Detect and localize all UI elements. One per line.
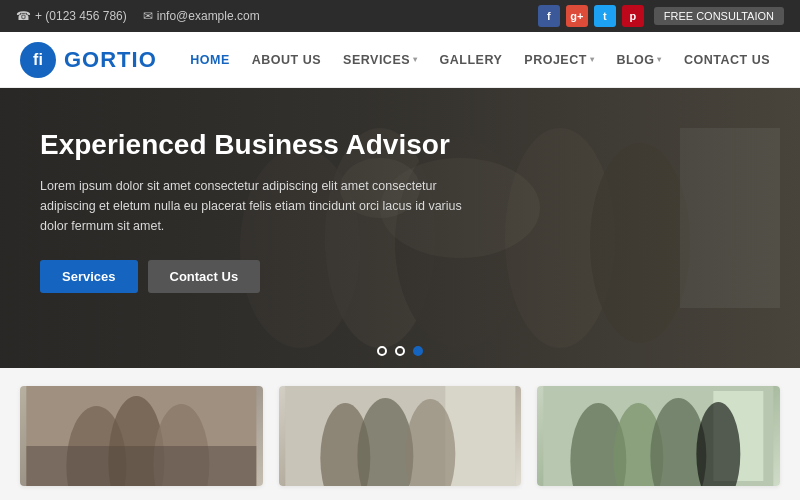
logo-icon-text: fi [33, 51, 43, 69]
services-button[interactable]: Services [40, 260, 138, 293]
card-2-svg [279, 386, 522, 486]
carousel-dot-3[interactable] [413, 346, 423, 356]
card-3-svg [537, 386, 780, 486]
nav-contact-us[interactable]: CONTACT US [674, 47, 780, 73]
nav-gallery[interactable]: GALLERY [430, 47, 513, 73]
header: fi GORTIO HOME ABOUT US SERVICES ▾ GALLE… [0, 32, 800, 88]
logo-icon: fi [20, 42, 56, 78]
nav-home[interactable]: HOME [180, 47, 240, 73]
facebook-social-button[interactable]: f [538, 5, 560, 27]
nav-services[interactable]: SERVICES ▾ [333, 47, 428, 73]
blog-dropdown-arrow: ▾ [657, 55, 662, 64]
topbar-right: f g+ t p FREE CONSULTAION [538, 5, 784, 27]
carousel-dot-2[interactable] [395, 346, 405, 356]
pinterest-social-button[interactable]: p [622, 5, 644, 27]
logo-text: GORTIO [64, 47, 157, 73]
services-dropdown-arrow: ▾ [413, 55, 418, 64]
nav-blog[interactable]: BLOG ▾ [606, 47, 672, 73]
phone-icon: ☎ [16, 9, 31, 23]
contact-us-button[interactable]: Contact Us [148, 260, 261, 293]
twitter-social-button[interactable]: t [594, 5, 616, 27]
hero-content: Experienced Business Advisor Lorem ipsum… [0, 88, 520, 333]
project-dropdown-arrow: ▾ [590, 55, 595, 64]
card-image-1 [20, 386, 263, 486]
email-info: ✉ info@example.com [143, 9, 260, 23]
carousel-dot-1[interactable] [377, 346, 387, 356]
card-image-3 [537, 386, 780, 486]
logo[interactable]: fi GORTIO [20, 42, 157, 78]
card-image-2 [279, 386, 522, 486]
hero-buttons: Services Contact Us [40, 260, 480, 293]
nav-about-us[interactable]: ABOUT US [242, 47, 331, 73]
svg-rect-15 [445, 386, 515, 486]
nav-project[interactable]: PROJECT ▾ [514, 47, 604, 73]
topbar: ☎ + (0123 456 786) ✉ info@example.com f … [0, 0, 800, 32]
card-3 [537, 386, 780, 486]
carousel-dots [377, 346, 423, 356]
hero-section: Experienced Business Advisor Lorem ipsum… [0, 88, 800, 368]
card-2 [279, 386, 522, 486]
phone-info: ☎ + (0123 456 786) [16, 9, 127, 23]
email-icon: ✉ [143, 9, 153, 23]
cards-row [20, 386, 780, 486]
hero-title: Experienced Business Advisor [40, 128, 480, 162]
card-1-svg [20, 386, 263, 486]
card-1 [20, 386, 263, 486]
main-nav: HOME ABOUT US SERVICES ▾ GALLERY PROJECT… [180, 47, 780, 73]
bottom-section [0, 368, 800, 500]
phone-number: + (0123 456 786) [35, 9, 127, 23]
topbar-contact-info: ☎ + (0123 456 786) ✉ info@example.com [16, 9, 260, 23]
free-consultation-button[interactable]: FREE CONSULTAION [654, 7, 784, 25]
svg-rect-13 [26, 446, 256, 486]
email-address: info@example.com [157, 9, 260, 23]
google-plus-social-button[interactable]: g+ [566, 5, 588, 27]
hero-description: Lorem ipsum dolor sit amet consectetur a… [40, 176, 480, 236]
